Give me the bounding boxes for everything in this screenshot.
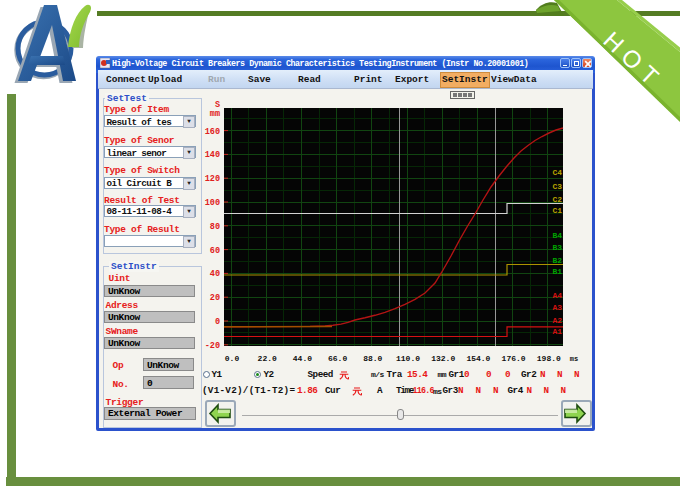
svg-text:66.0: 66.0 — [328, 354, 347, 363]
svg-text:C3: C3 — [552, 182, 562, 191]
svg-text:0.0: 0.0 — [225, 354, 240, 363]
svg-text:B1: B1 — [552, 267, 562, 276]
svg-text:80: 80 — [210, 222, 220, 232]
svg-text:44.0: 44.0 — [293, 354, 312, 363]
svg-text:140: 140 — [205, 150, 220, 160]
svg-text:20: 20 — [210, 293, 220, 303]
svg-text:B4: B4 — [552, 231, 562, 240]
svg-text:A2: A2 — [552, 316, 562, 325]
svg-text:A4: A4 — [552, 291, 562, 300]
svg-text:B2: B2 — [552, 256, 562, 265]
svg-text:22.0: 22.0 — [258, 354, 277, 363]
svg-text:ms: ms — [570, 355, 578, 363]
svg-text:A1: A1 — [552, 327, 562, 336]
svg-text:60: 60 — [210, 246, 220, 256]
svg-text:C4: C4 — [552, 168, 562, 177]
svg-text:100: 100 — [205, 198, 220, 208]
svg-text:154.0: 154.0 — [466, 354, 490, 363]
svg-text:40: 40 — [210, 269, 220, 279]
svg-text:C2: C2 — [552, 195, 562, 204]
svg-text:160: 160 — [205, 127, 220, 137]
svg-text:176.0: 176.0 — [502, 354, 526, 363]
svg-text:198.0: 198.0 — [537, 354, 561, 363]
svg-text:C1: C1 — [552, 206, 562, 215]
svg-text:132.0: 132.0 — [431, 354, 455, 363]
svg-text:120: 120 — [205, 174, 220, 184]
svg-text:mm: mm — [210, 109, 220, 119]
svg-text:B3: B3 — [552, 243, 562, 252]
svg-text:-20: -20 — [205, 341, 220, 351]
svg-text:110.0: 110.0 — [396, 354, 420, 363]
svg-text:0: 0 — [215, 317, 220, 327]
svg-text:A3: A3 — [552, 303, 562, 312]
svg-text:88.0: 88.0 — [363, 354, 382, 363]
